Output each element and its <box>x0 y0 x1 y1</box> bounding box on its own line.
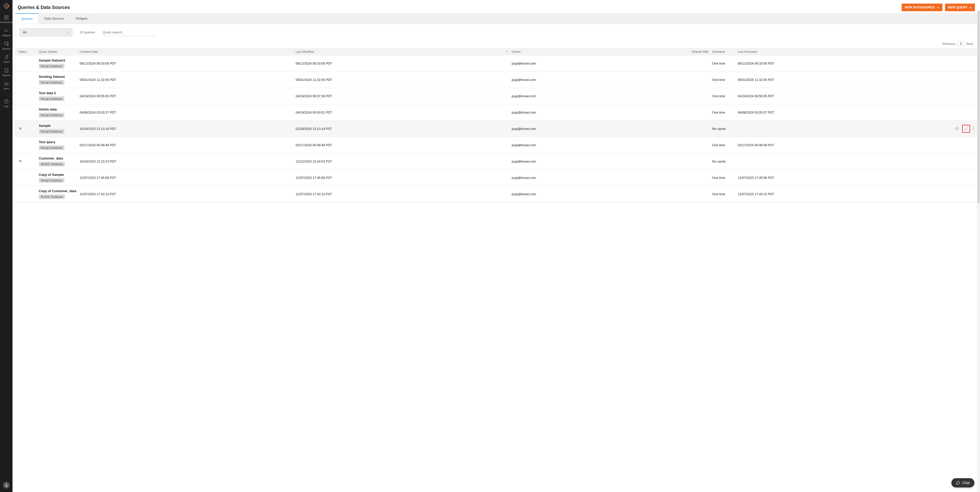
cell-owner: puja@knowi.com <box>512 160 692 163</box>
query-name: Test data 2 <box>39 91 80 95</box>
col-schedule[interactable]: Schedule <box>712 50 738 54</box>
new-query-button[interactable]: NEW QUERY <box>945 3 975 11</box>
pager-previous[interactable]: Previous <box>943 42 956 46</box>
queries-icon <box>4 41 9 46</box>
sidebar-item-reports[interactable]: Reports <box>0 65 13 79</box>
col-status[interactable]: Status <box>18 50 39 54</box>
cell-schedule: One time <box>712 143 738 147</box>
sidebar: Dashboards Widgets Queries Alerts Report… <box>0 0 13 492</box>
query-name: Test query <box>39 140 80 144</box>
table-row[interactable]: Test data 2Mongo Database04/24/2024 09:5… <box>15 88 977 105</box>
col-owner[interactable]: Owner <box>512 50 692 54</box>
pager-page-input[interactable] <box>958 41 964 46</box>
sidebar-item-more[interactable]: More <box>0 79 13 92</box>
cell-exec: 06/12/2024 08:33:06 PDT <box>738 62 954 65</box>
tab-data-sources[interactable]: Data Sources <box>38 14 70 24</box>
sidebar-item-alerts[interactable]: Alerts <box>0 52 13 65</box>
cell-schedule: One time <box>712 176 738 179</box>
query-name: Copy of Customer_data <box>39 189 80 193</box>
table-header: Status Query Details Created Date Last M… <box>15 48 977 56</box>
svg-point-11 <box>7 84 7 84</box>
page-title: Queries & Data Sources <box>18 5 70 10</box>
datasource-badge: Mongo Database <box>39 178 64 183</box>
table-row[interactable]: Hotels dataMongo Database04/06/2024 03:0… <box>15 105 977 121</box>
datasource-badge: MySQL Database <box>39 162 65 167</box>
table-row[interactable]: Copy of Customer_dataMySQL Database12/07… <box>15 186 977 202</box>
query-count: 10 queries <box>80 30 95 34</box>
cell-modified: 02/17/2024 05:49:49 PST <box>296 143 512 147</box>
user-avatar[interactable] <box>3 482 10 489</box>
col-created[interactable]: Created Date <box>80 50 296 54</box>
chat-label: Chat <box>962 481 970 485</box>
sync-icon <box>18 159 22 163</box>
dashboards-icon <box>4 15 9 20</box>
query-name: Sample <box>39 124 80 128</box>
svg-point-14 <box>6 484 7 485</box>
sidebar-item-label: Widgets <box>2 34 11 37</box>
sidebar-item-dashboards[interactable]: Dashboards <box>0 12 13 25</box>
col-label: Last Modified <box>296 50 314 54</box>
new-datasource-button[interactable]: NEW DATASOURCE <box>902 3 942 11</box>
cell-modified: 04/24/2024 09:53:01 PDT <box>296 111 512 114</box>
cell-schedule: One time <box>712 78 738 82</box>
table-row[interactable]: SampleMongo Database10/24/2023 13:13:16 … <box>15 121 977 137</box>
filter-value: All <box>23 30 26 34</box>
svg-rect-3 <box>6 18 8 19</box>
filter-select[interactable]: All <box>19 28 73 37</box>
datasource-badge: Mongo Database <box>39 64 64 68</box>
queries-table: Status Query Details Created Date Last M… <box>15 48 977 202</box>
table-row[interactable]: Sample Dataset1Mongo Database06/12/2024 … <box>15 56 977 72</box>
toolbar: All 10 queries <box>15 24 977 38</box>
button-label: NEW QUERY <box>948 6 967 9</box>
eye-icon <box>955 126 959 130</box>
cell-exec: 02/17/2024 05:49:49 PST <box>738 143 954 147</box>
table-row[interactable]: Sending DatasetMongo Database05/01/2024 … <box>15 72 977 88</box>
sidebar-item-widgets[interactable]: Widgets <box>0 25 13 39</box>
edit-button[interactable] <box>962 125 970 133</box>
query-name: Customer_data <box>39 156 80 160</box>
table-row[interactable]: Customer_dataMySQL Database10/24/2023 13… <box>15 153 977 170</box>
cell-created: 02/17/2024 05:49:49 PST <box>80 143 296 147</box>
cell-modified: 12/12/2023 13:24:03 PST <box>296 160 512 163</box>
search-input[interactable] <box>102 29 156 36</box>
chat-button[interactable]: Chat <box>951 478 974 487</box>
pager-next[interactable]: Next <box>966 42 973 46</box>
cell-schedule: One time <box>712 62 738 65</box>
table-row[interactable]: Copy of SampleMongo Database12/07/2023 1… <box>15 170 977 186</box>
cell-owner: puja@knowi.com <box>512 94 692 98</box>
scrollbar[interactable] <box>977 11 980 492</box>
more-actions-button[interactable] <box>973 126 974 131</box>
sidebar-item-label: Queries <box>2 48 11 50</box>
scrollbar-thumb[interactable] <box>978 11 980 203</box>
view-button[interactable] <box>955 126 959 131</box>
col-shared[interactable]: Shared With <box>692 50 712 54</box>
col-modified[interactable]: Last Modified ▼ <box>296 50 512 54</box>
table-row[interactable]: Test queryMongo Database02/17/2024 05:49… <box>15 137 977 153</box>
cell-schedule: No cache <box>712 127 738 131</box>
tabs: Queries Data Sources Widgets <box>15 14 977 24</box>
tab-queries[interactable]: Queries <box>15 13 38 24</box>
cell-created: 04/24/2024 09:55:05 PDT <box>80 94 296 98</box>
help-icon <box>4 99 9 104</box>
sidebar-item-label: More <box>3 87 9 90</box>
cell-schedule: One time <box>712 192 738 196</box>
cell-owner: puja@knowi.com <box>512 111 692 114</box>
datasource-badge: Mongo Database <box>39 129 64 134</box>
sidebar-item-label: Reports <box>2 74 11 76</box>
widgets-icon <box>4 28 9 33</box>
svg-point-15 <box>956 128 958 129</box>
tab-widgets[interactable]: Widgets <box>70 14 94 24</box>
main: Queries & Data Sources NEW DATASOURCE NE… <box>13 0 980 492</box>
sidebar-item-help[interactable]: Help <box>0 97 13 110</box>
pencil-icon <box>964 127 968 131</box>
cell-created: 06/12/2024 08:33:06 PDT <box>80 62 296 65</box>
more-icon <box>4 81 9 86</box>
svg-point-18 <box>973 129 974 130</box>
cell-owner: puja@knowi.com <box>512 127 692 131</box>
cell-modified: 12/07/2023 17:45:56 PST <box>296 176 512 179</box>
cell-exec: 12/07/2023 17:43:10 PST <box>738 192 954 196</box>
query-name: Sending Dataset <box>39 75 80 79</box>
sidebar-item-queries[interactable]: Queries <box>0 39 13 52</box>
col-details[interactable]: Query Details <box>39 50 80 54</box>
col-exec[interactable]: Last Executed <box>738 50 954 54</box>
